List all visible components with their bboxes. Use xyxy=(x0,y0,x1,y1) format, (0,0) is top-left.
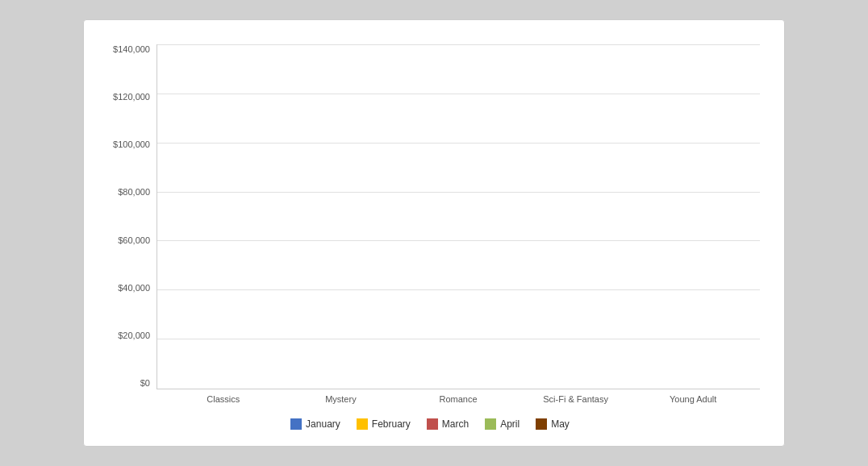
y-axis-label: $100,000 xyxy=(113,139,150,149)
legend-label-march: March xyxy=(442,418,469,430)
y-axis-label: $0 xyxy=(140,378,150,388)
x-axis-label: Mystery xyxy=(292,394,389,412)
legend-color-may xyxy=(536,418,547,430)
y-axis-label: $20,000 xyxy=(118,331,150,340)
legend-label-january: January xyxy=(306,418,340,430)
y-axis: $140,000$120,000$100,000$80,000$60,000$4… xyxy=(100,44,156,412)
legend-label-april: April xyxy=(500,418,520,430)
bars-and-grid xyxy=(156,44,760,389)
legend: JanuaryFebruaryMarchAprilMay xyxy=(100,412,760,430)
y-axis-label: $60,000 xyxy=(118,235,150,245)
y-axis-label: $40,000 xyxy=(118,283,150,293)
chart-area: $140,000$120,000$100,000$80,000$60,000$4… xyxy=(100,44,760,412)
x-axis-label: Romance xyxy=(410,394,507,412)
legend-item-april: April xyxy=(485,418,520,430)
legend-item-march: March xyxy=(427,418,469,430)
plot-area: ClassicsMysteryRomanceSci-Fi & FantasyYo… xyxy=(156,44,760,412)
x-axis-label: Sci-Fi & Fantasy xyxy=(528,394,624,412)
legend-color-february xyxy=(357,418,368,430)
legend-color-january xyxy=(290,418,302,430)
chart-container: $140,000$120,000$100,000$80,000$60,000$4… xyxy=(83,19,785,447)
legend-color-march xyxy=(427,418,438,430)
legend-color-april xyxy=(485,418,496,430)
legend-label-may: May xyxy=(551,418,570,430)
x-axis-labels: ClassicsMysteryRomanceSci-Fi & FantasyYo… xyxy=(156,389,760,412)
y-axis-label: $80,000 xyxy=(118,187,150,197)
y-axis-label: $120,000 xyxy=(113,92,150,102)
legend-item-january: January xyxy=(290,418,340,430)
legend-item-february: February xyxy=(357,418,411,430)
x-axis-label: Classics xyxy=(175,394,272,412)
legend-item-may: May xyxy=(536,418,570,430)
x-axis-label: Young Adult xyxy=(645,394,741,412)
legend-label-february: February xyxy=(372,418,411,430)
y-axis-label: $140,000 xyxy=(113,44,150,54)
bars-wrapper xyxy=(157,44,760,389)
